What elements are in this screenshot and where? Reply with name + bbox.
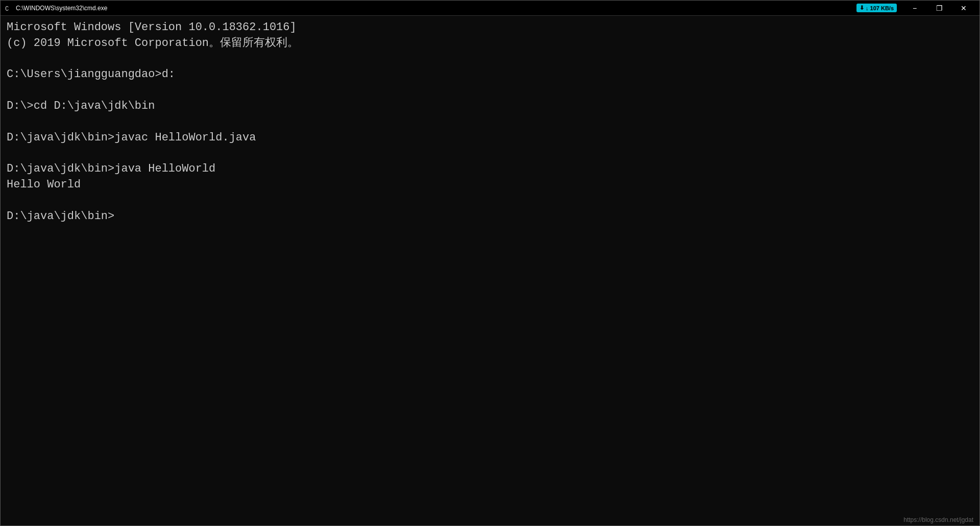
terminal-blank-line	[7, 52, 973, 67]
terminal-line: Microsoft Windows [Version 10.0.18362.10…	[7, 20, 973, 36]
title-bar-left: C C:\WINDOWS\system32\cmd.exe	[5, 4, 107, 12]
terminal-blank-line	[7, 114, 973, 130]
cmd-icon: C	[5, 4, 13, 12]
terminal-line: C:\Users\jiangguangdao>d:	[7, 67, 973, 83]
terminal-line: D:\java\jdk\bin>	[7, 209, 973, 225]
terminal-line: (c) 2019 Microsoft Corporation。保留所有权利。	[7, 36, 973, 52]
minimize-button[interactable]: −	[903, 1, 926, 15]
terminal-line: Hello World	[7, 177, 973, 193]
close-button[interactable]: ✕	[952, 1, 975, 15]
network-icon: ⬇	[860, 5, 864, 11]
terminal-line: D:\java\jdk\bin>javac HelloWorld.java	[7, 130, 973, 146]
svg-text:C: C	[5, 6, 9, 12]
title-bar: C C:\WINDOWS\system32\cmd.exe ⬇ ↓ 107 KB…	[1, 1, 979, 16]
terminal-content[interactable]: Microsoft Windows [Version 10.0.18362.10…	[1, 16, 979, 514]
footer-url: https://blog.csdn.net/jgdat	[903, 516, 973, 523]
network-badge: ⬇ ↓ 107 KB/s	[856, 4, 897, 12]
terminal-blank-line	[7, 83, 973, 99]
restore-button[interactable]: ❐	[927, 1, 951, 15]
title-bar-right: ⬇ ↓ 107 KB/s − ❐ ✕	[856, 1, 975, 15]
terminal-blank-line	[7, 193, 973, 209]
window-title: C:\WINDOWS\system32\cmd.exe	[16, 5, 107, 12]
cmd-window: C C:\WINDOWS\system32\cmd.exe ⬇ ↓ 107 KB…	[0, 0, 980, 526]
network-speed: ↓ 107 KB/s	[866, 5, 894, 11]
bottom-bar: https://blog.csdn.net/jgdat	[1, 514, 979, 525]
window-controls: − ❐ ✕	[903, 1, 975, 15]
terminal-blank-line	[7, 146, 973, 161]
terminal-line: D:\java\jdk\bin>java HelloWorld	[7, 161, 973, 177]
terminal-line: D:\>cd D:\java\jdk\bin	[7, 99, 973, 114]
